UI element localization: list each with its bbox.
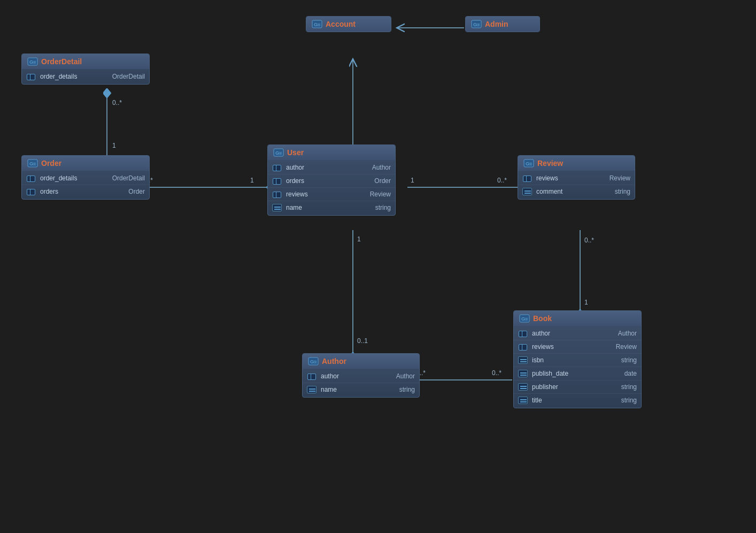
field-name: author bbox=[321, 372, 392, 380]
class-review-header: G⊞ Review bbox=[518, 156, 635, 171]
field-name: reviews bbox=[286, 191, 366, 198]
class-orderdetail-body: order_details OrderDetail bbox=[22, 69, 149, 84]
field-type: string bbox=[375, 204, 391, 211]
table-row: name string bbox=[303, 383, 419, 396]
assoc-icon bbox=[26, 72, 36, 81]
field-type: Order bbox=[128, 188, 145, 195]
string-icon bbox=[522, 187, 532, 196]
field-name: author bbox=[532, 330, 614, 337]
table-row: order_details OrderDetail bbox=[22, 70, 149, 83]
svg-text:⊞: ⊞ bbox=[279, 151, 282, 156]
field-type: OrderDetail bbox=[112, 174, 145, 182]
table-row: orders Order bbox=[268, 174, 395, 187]
string-icon bbox=[272, 203, 282, 212]
class-orderdetail-header: G⊞ OrderDetail bbox=[22, 54, 149, 69]
class-book-header: G⊞ Book bbox=[514, 311, 641, 326]
svg-text:⊞: ⊞ bbox=[313, 360, 317, 364]
field-name: publish_date bbox=[532, 370, 620, 377]
class-review[interactable]: G⊞ Review reviews Review comment string bbox=[518, 155, 635, 200]
field-type: string bbox=[621, 397, 637, 404]
class-icon: G⊞ bbox=[312, 20, 322, 28]
class-user-title: User bbox=[287, 148, 304, 157]
label-user-author-bot: 0..1 bbox=[357, 337, 368, 345]
string-icon bbox=[518, 356, 528, 364]
class-icon: G⊞ bbox=[471, 20, 482, 28]
class-user[interactable]: G⊞ User author Author orders Order bbox=[267, 144, 396, 216]
string-icon bbox=[307, 385, 317, 394]
assoc-icon bbox=[307, 372, 317, 380]
label-order-user-right: 1 bbox=[250, 177, 254, 184]
field-type: Order bbox=[374, 177, 391, 185]
svg-text:⊞: ⊞ bbox=[529, 162, 533, 166]
field-type: Review bbox=[370, 191, 391, 198]
field-type: date bbox=[624, 370, 637, 377]
diagram-canvas: 0..* 1 0..* 1 1 0..* 1 0..1 0..* 1 0..* … bbox=[0, 0, 756, 533]
field-type: string bbox=[621, 383, 637, 391]
field-type: OrderDetail bbox=[112, 73, 145, 80]
field-type: Author bbox=[618, 330, 637, 337]
label-review-book-bot: 1 bbox=[584, 299, 588, 306]
string-icon bbox=[518, 383, 528, 391]
label-user-author-top: 1 bbox=[357, 235, 361, 243]
svg-text:⊞: ⊞ bbox=[524, 317, 528, 322]
svg-text:⊞: ⊞ bbox=[317, 22, 321, 27]
class-icon: G⊞ bbox=[27, 159, 38, 167]
table-row: author Author bbox=[303, 370, 419, 383]
field-name: title bbox=[532, 397, 617, 404]
field-name: comment bbox=[536, 188, 611, 195]
svg-text:⊞: ⊞ bbox=[33, 60, 36, 65]
field-type: Author bbox=[396, 372, 415, 380]
class-orderdetail-title: OrderDetail bbox=[41, 57, 82, 66]
field-name: isbn bbox=[532, 356, 617, 364]
assoc-icon bbox=[272, 177, 282, 185]
label-order-orderdetail-bot: 1 bbox=[112, 142, 116, 149]
field-type: string bbox=[621, 356, 637, 364]
table-row: author Author bbox=[268, 161, 395, 174]
field-name: name bbox=[286, 204, 371, 211]
class-icon: G⊞ bbox=[27, 57, 38, 66]
class-author-title: Author bbox=[322, 357, 346, 366]
field-type: string bbox=[399, 386, 415, 393]
class-account[interactable]: G⊞ Account bbox=[306, 16, 391, 32]
table-row: reviews Review bbox=[514, 340, 641, 353]
table-row: comment string bbox=[518, 185, 635, 198]
assoc-icon bbox=[26, 174, 36, 182]
field-type: Review bbox=[616, 343, 637, 351]
field-name: order_details bbox=[40, 174, 108, 182]
table-row: publisher string bbox=[514, 380, 641, 393]
label-author-book-right: 0..* bbox=[492, 369, 502, 377]
class-user-body: author Author orders Order reviews Revie… bbox=[268, 160, 395, 215]
class-order-body: order_details OrderDetail orders Order bbox=[22, 171, 149, 199]
string-icon bbox=[518, 396, 528, 405]
table-row: isbn string bbox=[514, 353, 641, 367]
class-orderdetail[interactable]: G⊞ OrderDetail order_details OrderDetail bbox=[21, 54, 150, 85]
assoc-icon bbox=[26, 187, 36, 196]
label-user-review-left: 1 bbox=[411, 177, 414, 184]
table-row: order_details OrderDetail bbox=[22, 172, 149, 185]
label-user-review-right: 0..* bbox=[497, 177, 507, 184]
assoc-icon bbox=[518, 342, 528, 351]
table-row: reviews Review bbox=[518, 172, 635, 185]
table-row: name string bbox=[268, 201, 395, 214]
class-book-body: author Author reviews Review isbn string bbox=[514, 326, 641, 408]
label-order-orderdetail-top: 0..* bbox=[112, 99, 122, 106]
field-type: string bbox=[615, 188, 630, 195]
class-order[interactable]: G⊞ Order order_details OrderDetail order… bbox=[21, 155, 150, 200]
class-book-title: Book bbox=[533, 314, 552, 323]
field-name: orders bbox=[286, 177, 370, 185]
class-icon: G⊞ bbox=[308, 357, 319, 366]
class-author-header: G⊞ Author bbox=[303, 354, 419, 369]
class-book[interactable]: G⊞ Book author Author reviews Review bbox=[513, 310, 642, 408]
class-author-body: author Author name string bbox=[303, 369, 419, 397]
class-icon: G⊞ bbox=[519, 314, 530, 323]
field-name: order_details bbox=[40, 73, 108, 80]
field-name: author bbox=[286, 164, 368, 171]
string-icon bbox=[518, 369, 528, 378]
class-author[interactable]: G⊞ Author author Author name string bbox=[302, 353, 420, 398]
class-admin-title: Admin bbox=[485, 20, 508, 28]
field-name: reviews bbox=[532, 343, 612, 351]
class-icon: G⊞ bbox=[523, 159, 534, 167]
table-row: title string bbox=[514, 393, 641, 407]
class-order-title: Order bbox=[41, 159, 61, 167]
class-admin[interactable]: G⊞ Admin bbox=[465, 16, 540, 32]
